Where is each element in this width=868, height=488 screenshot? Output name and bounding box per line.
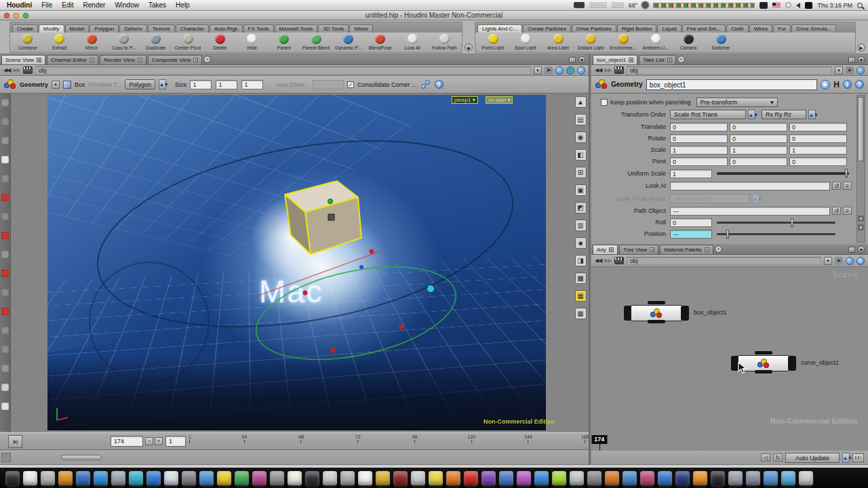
uniform-scale-slider[interactable] [717, 172, 849, 175]
playback-button[interactable]: ▶| [8, 435, 22, 448]
pane-menu-icon[interactable]: ◉ [578, 56, 585, 63]
temperature-widget[interactable]: 68° [629, 2, 638, 9]
rotate-order-dropdown[interactable]: Rx Ry Rz [762, 110, 806, 119]
shelf-tool[interactable]: Combine [12, 34, 43, 50]
shelf-tab[interactable]: Texture [148, 24, 175, 33]
dock-app-icon[interactable] [711, 471, 725, 485]
rotate-field[interactable]: 0 [730, 134, 787, 143]
menu-item[interactable]: Help [176, 1, 190, 9]
shelf-tab[interactable]: Wires [349, 24, 372, 33]
pane-tab[interactable]: box_object1 ✕ [593, 55, 637, 64]
consolidate-checkbox[interactable]: ✓ [347, 81, 354, 88]
viewport-tool-icon[interactable]: ◨ [575, 255, 587, 266]
update-icon[interactable] [555, 66, 564, 75]
context-dropdown-icon[interactable]: ▼ [52, 81, 60, 89]
viewport-tool-icon[interactable]: ▣ [575, 184, 587, 196]
shelf-tool[interactable]: Ambient Li... [640, 34, 671, 50]
tool-icon[interactable] [1, 137, 9, 144]
memory-usage-icon[interactable] [852, 453, 864, 462]
dock-app-icon[interactable] [358, 471, 372, 485]
dock-app-icon[interactable] [552, 471, 566, 485]
houdini-help-icon[interactable]: H [833, 80, 840, 89]
list-icon[interactable]: ≡ [843, 207, 852, 215]
node-right-flag[interactable] [788, 356, 796, 371]
viewport-3d[interactable]: Mac [47, 95, 546, 430]
dock-app-icon[interactable] [376, 471, 390, 485]
shelf-tab[interactable]: Model [65, 24, 90, 33]
dock-app-icon[interactable] [393, 471, 408, 485]
node-chooser-icon[interactable]: ↺ [832, 182, 841, 190]
dock-app-icon[interactable] [146, 471, 161, 485]
viewport-tool-icon[interactable]: ■ [575, 237, 587, 249]
close-tab-icon[interactable]: ✕ [705, 247, 709, 252]
horizontal-scrollbar[interactable] [61, 455, 102, 460]
dock-app-icon[interactable] [623, 471, 637, 485]
tool-icon[interactable] [1, 194, 9, 201]
tool-icon[interactable] [1, 99, 9, 106]
shelf-tab[interactable]: Auto Rigs [210, 24, 243, 33]
close-tab-icon[interactable]: ✕ [667, 58, 672, 62]
tool-icon[interactable] [1, 270, 9, 277]
tool-icon[interactable] [1, 251, 9, 258]
context-icon[interactable] [614, 257, 624, 264]
scrollbar-thumb[interactable] [858, 97, 864, 161]
menu-item[interactable]: Edit [62, 1, 73, 9]
dock-app-icon[interactable] [23, 471, 37, 485]
dock-app-icon[interactable] [781, 471, 795, 485]
input-language-flag-icon[interactable] [772, 3, 781, 8]
dock-app-icon[interactable] [94, 471, 108, 485]
maximize-pane-icon[interactable]: ❏ [569, 57, 576, 63]
shelf-tab[interactable]: Modify [39, 24, 64, 33]
close-tab-icon[interactable]: ✕ [193, 58, 198, 62]
node-right-flag[interactable] [681, 306, 689, 321]
node-output-connector[interactable] [755, 370, 772, 373]
translate-field[interactable]: 0 [730, 123, 787, 131]
sync-icon[interactable] [856, 66, 865, 75]
pane-tab[interactable]: Composite View ✕ [148, 55, 203, 64]
shelf-tab[interactable]: Create Particles [523, 24, 571, 33]
viewport-tool-icon[interactable]: ▦ [575, 290, 587, 302]
pane-menu-icon[interactable]: ◉ [858, 56, 865, 63]
list-icon[interactable]: ≡ [843, 182, 852, 190]
context-icon[interactable] [614, 66, 624, 74]
shelf-tab[interactable]: Maxwell Tools [275, 24, 318, 33]
primitive-type-dropdown[interactable]: Polygon [125, 79, 155, 89]
gear-icon[interactable] [642, 2, 648, 8]
bucket-icon[interactable] [566, 66, 574, 75]
shelf-tab[interactable]: Drive Simula... [791, 24, 836, 33]
dock-app-icon[interactable] [199, 471, 214, 485]
sphere-icon[interactable] [577, 66, 585, 75]
shelf-tool[interactable]: Hide [237, 34, 267, 50]
shelf-tool[interactable]: Spot Light [510, 34, 541, 50]
network-editor[interactable]: Scene box_object1 [591, 267, 868, 451]
frame-decrement-button[interactable]: − [145, 437, 153, 445]
viewport-tool-icon[interactable]: ◩ [575, 202, 587, 214]
window-titlebar[interactable]: untitled.hip - Houdini Master Non-Commer… [0, 11, 868, 20]
dock-app-icon[interactable] [411, 471, 425, 485]
no-cam-badge[interactable]: no cam ▾ [486, 96, 513, 104]
size-field[interactable]: 1 [241, 80, 263, 89]
context-icon[interactable] [23, 66, 33, 74]
shelf-tab[interactable]: Fire and Sm... [682, 24, 726, 33]
spotlight-icon[interactable] [857, 3, 863, 8]
app-status-icon[interactable] [805, 2, 812, 9]
select-node-icon[interactable] [821, 80, 830, 89]
dock-app-icon[interactable] [182, 471, 196, 485]
dock-app-icon[interactable] [587, 471, 601, 485]
pivot-field[interactable]: 0 [789, 157, 847, 166]
position-slider[interactable] [717, 233, 835, 235]
node-body[interactable] [631, 305, 682, 321]
viewport-tool-icon[interactable]: ▦ [575, 308, 587, 319]
dock-app-icon[interactable] [41, 471, 55, 485]
shelf-tool[interactable]: Duplicate [140, 34, 171, 50]
shelf-tool[interactable]: Switcher [705, 34, 736, 50]
roll-slider[interactable] [717, 222, 835, 224]
back-arrow-icon[interactable]: ◀◀ [3, 67, 10, 73]
dock-app-icon[interactable] [129, 471, 143, 485]
pane-tab[interactable]: Material Palette ✕ [660, 245, 713, 254]
tool-icon[interactable] [1, 327, 9, 334]
help-icon[interactable]: ? [435, 80, 443, 89]
forward-arrow-icon[interactable]: ▶▶ [604, 67, 611, 73]
dock-app-icon[interactable] [799, 471, 813, 485]
pin-icon[interactable]: ➤ [835, 257, 843, 265]
